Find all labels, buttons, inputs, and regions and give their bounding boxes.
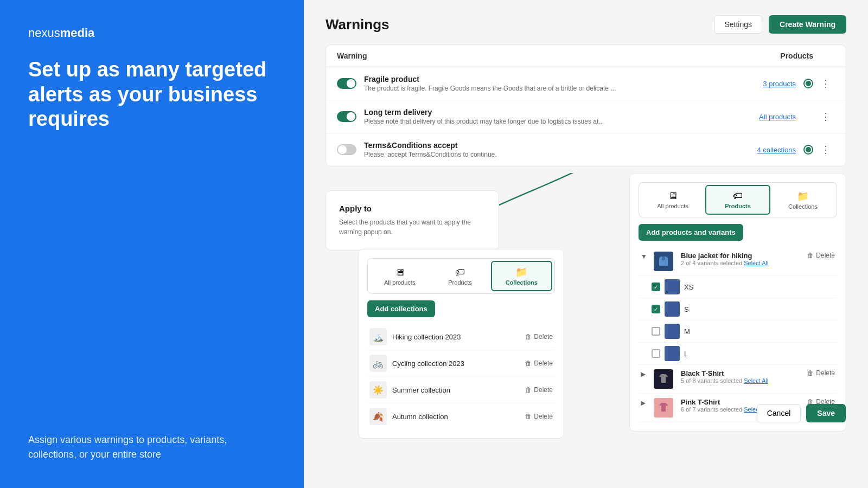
collections-panel: 🖥 All products 🏷 Products 📁 Collections … [358,249,564,439]
products-panel: 🖥 All products 🏷 Products 📁 Collections … [629,173,846,432]
all-products-icon-p: 🖥 [668,190,678,202]
table-row: Long term delivery Please note that deli… [326,100,846,133]
add-products-button[interactable]: Add products and variants [639,224,743,241]
list-item: 🍂 Autumn collection 🗑 Delete [367,403,555,429]
collection-icon-hiking: 🏔️ [369,328,387,345]
tab-collections-p[interactable]: 📁 Collections [771,186,834,214]
table-row: Fragile product The product is fragile. … [326,67,846,100]
bottom-actions: Cancel Save [757,404,846,422]
toggle-fragile[interactable] [337,78,356,89]
variant-name-s: S [684,305,689,313]
variant-name-m: M [684,328,690,336]
delete-button-autumn[interactable]: 🗑 Delete [525,413,553,420]
variant-image-l [665,346,680,361]
table-row: Terms&Conditions accept Please, accept T… [326,133,846,166]
right-panel: Warnings Settings Create Warning Warning… [304,0,868,488]
more-button-longterm[interactable]: ⋮ [816,108,835,125]
chevron-right-icon[interactable]: ▶ [641,398,649,407]
hero-subtitle: Assign various warnings to products, var… [28,433,276,462]
product-info-jacket: Blue jacket for hiking 2 of 4 variants s… [681,252,803,266]
table-header: Warning Products [326,45,846,67]
create-warning-button[interactable]: Create Warning [769,15,846,34]
chevron-down-icon[interactable]: ▼ [641,252,649,260]
delete-button-summer[interactable]: 🗑 Delete [525,386,553,394]
product-info-black-tshirt: Black T-Shirt 5 of 8 variants selected S… [681,369,803,384]
collections-icon: 📁 [515,266,527,278]
select-all-black-tshirt[interactable]: Select All [744,377,768,384]
collections-icon-p: 📁 [797,190,809,202]
tab-collections[interactable]: 📁 Collections [491,261,552,291]
collection-name-summer: Summer collection [392,386,525,394]
product-name-jacket: Blue jacket for hiking [681,252,803,260]
warning-desc-longterm: Please note that delivery of this produc… [364,118,731,125]
products-link-fragile[interactable]: 3 products [731,80,796,88]
apply-to-desc: Select the products that you want to app… [339,217,486,237]
products-link-longterm[interactable]: All products [731,113,796,121]
delete-button-hiking[interactable]: 🗑 Delete [525,333,553,341]
warning-desc-fragile: The product is fragile. Fragile Goods me… [364,85,731,92]
variant-image-s [665,301,680,317]
save-button[interactable]: Save [806,404,846,422]
apply-to-panel: Apply to Select the products that you wa… [326,190,499,251]
products-link-terms[interactable]: 4 collections [731,146,796,154]
page-title: Warnings [326,16,389,33]
more-button-terms[interactable]: ⋮ [816,142,835,158]
tab-bar-collections: 🖥 All products 🏷 Products 📁 Collections [367,258,555,294]
variant-name-xs: XS [684,283,693,291]
active-dot-terms [805,146,812,153]
products-icon-p: 🏷 [733,190,743,202]
products-label-p: Products [725,203,751,209]
more-button-fragile[interactable]: ⋮ [816,75,835,92]
all-products-label-p: All products [657,203,688,209]
delete-button-black-tshirt[interactable]: 🗑 Delete [807,369,835,377]
collection-icon-summer: ☀️ [369,381,387,399]
delete-button-cycling[interactable]: 🗑 Delete [525,359,553,367]
list-item: ▶ Black T-Shirt 5 of 8 variants selected… [639,365,837,394]
cancel-button[interactable]: Cancel [757,404,801,422]
left-panel: nexusmedia Set up as many targeted alert… [0,0,304,488]
list-item: L [639,343,837,365]
settings-button[interactable]: Settings [714,15,762,34]
variant-image-m [665,324,680,339]
brand-logo: nexusmedia [28,26,276,40]
all-products-label: All products [384,279,415,286]
variant-checkbox-s[interactable]: ✓ [652,305,660,313]
all-products-icon: 🖥 [395,267,405,278]
collection-icon-autumn: 🍂 [369,408,387,425]
warning-desc-terms: Please, accept Terms&Conditions to conti… [364,151,731,158]
list-item: ☀️ Summer collection 🗑 Delete [367,377,555,403]
apply-to-title: Apply to [339,204,486,213]
tab-all-products[interactable]: 🖥 All products [370,262,429,290]
product-image-black-tshirt [654,369,673,389]
row-content-fragile: Fragile product The product is fragile. … [364,75,731,92]
toggle-terms[interactable] [337,144,356,155]
list-item: 🚲 Cycling collection 2023 🗑 Delete [367,350,555,377]
column-products: Products [726,52,813,60]
collection-name-autumn: Autumn collection [392,413,525,421]
select-all-jacket[interactable]: Select All [744,260,768,266]
tab-products-p[interactable]: 🏷 Products [705,185,770,215]
warning-title-terms: Terms&Conditions accept [364,141,731,150]
list-item: M [639,320,837,343]
variant-checkbox-xs[interactable]: ✓ [652,282,660,291]
row-content-longterm: Long term delivery Please note that deli… [364,108,731,125]
list-item: 🏔️ Hiking collection 2023 🗑 Delete [367,324,555,350]
list-item: ✓ XS [639,276,837,298]
header-actions: Settings Create Warning [714,15,846,34]
toggle-longterm[interactable] [337,111,356,122]
delete-button-jacket[interactable]: 🗑 Delete [807,252,835,259]
products-label: Products [448,279,471,286]
tab-products[interactable]: 🏷 Products [430,262,489,290]
chevron-right-icon[interactable]: ▶ [641,369,649,378]
page-header: Warnings Settings Create Warning [326,15,846,34]
variant-checkbox-l[interactable] [652,349,660,358]
add-collections-button[interactable]: Add collections [367,300,435,317]
collections-label: Collections [506,279,538,286]
variant-image-xs [665,279,680,294]
tab-all-products-p[interactable]: 🖥 All products [641,186,704,214]
warnings-table: Warning Products Fragile product The pro… [326,44,846,166]
product-image-jacket [654,252,673,271]
list-item: ✓ S [639,298,837,320]
variant-checkbox-m[interactable] [652,327,660,336]
tab-bar-products: 🖥 All products 🏷 Products 📁 Collections [639,182,837,217]
